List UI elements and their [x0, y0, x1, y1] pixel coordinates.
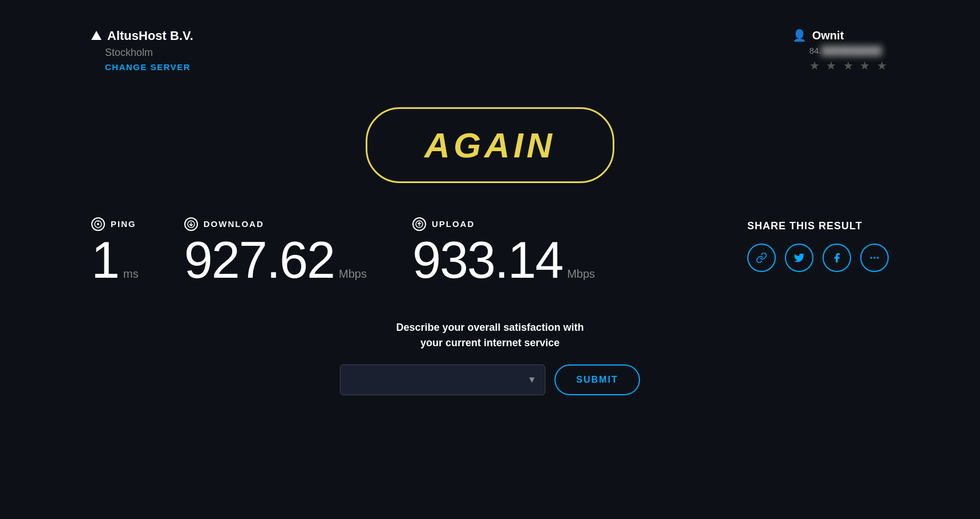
server-logo-icon: [91, 31, 102, 40]
ping-value: 1: [91, 234, 119, 286]
share-link-button[interactable]: [747, 244, 776, 272]
svg-point-5: [873, 257, 875, 258]
ping-value-row: 1 ms: [91, 234, 139, 286]
server-location: Stockholm: [105, 47, 193, 59]
satisfaction-label: Describe your overall satisfaction with …: [396, 320, 584, 351]
server-provider-name: AltusHost B.V.: [107, 29, 193, 43]
share-label: SHARE THIS RESULT: [747, 220, 862, 232]
share-twitter-button[interactable]: [785, 244, 813, 272]
ping-icon: [91, 217, 105, 231]
share-facebook-button[interactable]: [823, 244, 851, 272]
satisfaction-section: Describe your overall satisfaction with …: [340, 320, 639, 395]
upload-value: 933.14: [412, 234, 562, 286]
center-section: AGAIN: [366, 107, 614, 183]
user-ip-blurred: ██████████: [821, 46, 882, 55]
download-value-row: 927.62 Mbps: [184, 234, 367, 286]
download-unit: Mbps: [339, 267, 367, 281]
satisfaction-dropdown[interactable]: Very Satisfied Satisfied Neutral Dissati…: [340, 364, 545, 395]
upload-icon: [412, 217, 426, 231]
satisfaction-controls: Very Satisfied Satisfied Neutral Dissati…: [340, 364, 639, 395]
main-container: AltusHost B.V. Stockholm CHANGE SERVER 👤…: [0, 0, 980, 519]
upload-unit: Mbps: [567, 267, 595, 281]
ping-label: PING: [111, 219, 136, 229]
ping-label-row: PING: [91, 217, 139, 231]
svg-point-1: [97, 223, 99, 225]
svg-point-4: [870, 257, 872, 258]
user-rating: ★ ★ ★ ★ ★: [809, 59, 889, 72]
server-info: AltusHost B.V. Stockholm CHANGE SERVER: [91, 29, 193, 72]
download-stat: DOWNLOAD 927.62 Mbps: [184, 217, 367, 286]
top-section: AltusHost B.V. Stockholm CHANGE SERVER 👤…: [0, 0, 980, 72]
star-3: ★: [843, 59, 855, 72]
download-label: DOWNLOAD: [204, 219, 264, 229]
star-5: ★: [877, 59, 889, 72]
download-icon: [184, 217, 198, 231]
svg-point-6: [877, 257, 878, 258]
again-label: AGAIN: [424, 125, 556, 165]
share-more-button[interactable]: [860, 244, 889, 272]
user-ip: 84.██████████: [809, 46, 882, 55]
ping-unit: ms: [123, 267, 139, 281]
upload-label-row: UPLOAD: [412, 217, 595, 231]
again-button[interactable]: AGAIN: [366, 107, 614, 183]
user-icon: 👤: [792, 29, 807, 42]
share-section: SHARE THIS RESULT: [747, 217, 889, 272]
download-value: 927.62: [184, 234, 334, 286]
star-4: ★: [860, 59, 872, 72]
download-label-row: DOWNLOAD: [184, 217, 367, 231]
stats-section: PING 1 ms DOWNLOAD 927.62 Mbps: [0, 217, 980, 286]
upload-value-row: 933.14 Mbps: [412, 234, 595, 286]
change-server-link[interactable]: CHANGE SERVER: [105, 62, 193, 72]
satisfaction-dropdown-wrapper: Very Satisfied Satisfied Neutral Dissati…: [340, 364, 545, 395]
ping-stat: PING 1 ms: [91, 217, 139, 286]
star-1: ★: [809, 59, 821, 72]
submit-button[interactable]: SUBMIT: [554, 364, 639, 395]
star-2: ★: [826, 59, 838, 72]
user-name-row: 👤 Ownit: [792, 29, 844, 42]
user-info: 👤 Ownit 84.██████████ ★ ★ ★ ★ ★: [792, 29, 889, 72]
share-icons-row: [747, 244, 889, 272]
upload-label: UPLOAD: [432, 219, 475, 229]
upload-stat: UPLOAD 933.14 Mbps: [412, 217, 595, 286]
server-provider-row: AltusHost B.V.: [91, 29, 193, 43]
user-name: Ownit: [812, 29, 844, 42]
